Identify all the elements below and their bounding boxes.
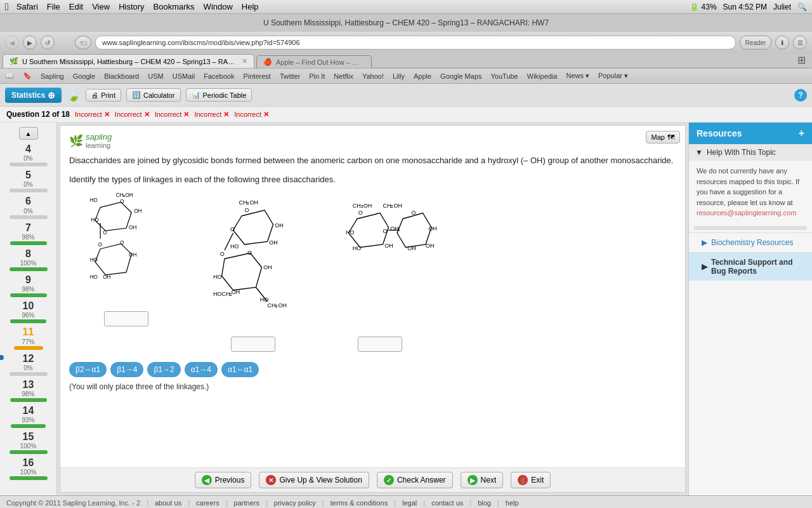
q-item-5[interactable]: 5 0%	[6, 169, 51, 192]
reader-button[interactable]: Reader	[740, 36, 771, 50]
q-nav-up[interactable]: ▲	[19, 127, 38, 140]
biochem-section[interactable]: ▶ Biochemistry Resources	[689, 233, 812, 253]
blog-link[interactable]: blog	[478, 499, 491, 507]
linkage-btn-3[interactable]: β1→2	[147, 362, 180, 377]
bookmark-pinit[interactable]: Pin It	[309, 72, 325, 80]
answer-input-2[interactable]	[231, 337, 275, 352]
bookmark-netflix[interactable]: Netflix	[334, 72, 353, 80]
sidebar-button[interactable]: ☰	[793, 36, 807, 50]
bookmark-facebook[interactable]: Facebook	[204, 72, 234, 80]
current-indicator	[0, 355, 4, 360]
bookmarks-menu[interactable]: Bookmarks	[154, 2, 195, 11]
linkage-btn-2[interactable]: β1→4	[110, 362, 143, 377]
address-bar[interactable]: www.saplinglearning.com/ibiscms/mod/ibis…	[95, 36, 736, 50]
divider-3: |	[226, 499, 228, 507]
check-answer-button[interactable]: ✓ Check Answer	[377, 472, 453, 488]
bookmark-news[interactable]: News ▾	[566, 72, 589, 80]
answer-input-1[interactable]	[104, 311, 148, 326]
q-item-14[interactable]: 14 93%	[6, 404, 51, 428]
next-button[interactable]: ▶ Next	[461, 472, 504, 488]
previous-button[interactable]: ◀ Previous	[195, 472, 252, 488]
share-button[interactable]: ↑□	[75, 36, 91, 50]
bookmark-google[interactable]: Google	[73, 72, 95, 80]
resources-plus-button[interactable]: +	[799, 128, 804, 139]
bookmark-googlemaps[interactable]: Google Maps	[440, 72, 481, 80]
svg-text:O: O	[103, 230, 107, 236]
downloads-button[interactable]: ⬇	[775, 36, 789, 50]
linkage-btn-1[interactable]: β2↔α1	[69, 362, 107, 377]
bookmark-yahoo[interactable]: Yahoo!	[362, 72, 384, 80]
bookmark-blackboard[interactable]: Blackboard	[104, 72, 139, 80]
bookmark-popular[interactable]: Popular ▾	[598, 72, 628, 80]
resource-email[interactable]: resources@saplinglearning.com	[697, 209, 796, 217]
svg-text:HO: HO	[353, 245, 362, 251]
q-item-11[interactable]: 11 77%	[6, 326, 51, 349]
q-bar-13	[10, 398, 47, 402]
bookmark-apple[interactable]: Apple	[414, 72, 431, 80]
terms-link[interactable]: terms & conditions	[331, 499, 388, 507]
help-link[interactable]: help	[506, 499, 519, 507]
about-link[interactable]: about us	[155, 499, 181, 507]
divider-9: |	[497, 499, 499, 507]
legal-link[interactable]: legal	[402, 499, 417, 507]
q-item-4[interactable]: 4 0%	[6, 143, 51, 166]
svg-text:O: O	[98, 242, 102, 248]
q-item-7[interactable]: 7 98%	[6, 222, 51, 245]
svg-text:OH: OH	[429, 225, 438, 232]
forward-button[interactable]: ▶	[23, 36, 37, 50]
help-button[interactable]: ?	[794, 89, 807, 102]
tab2-favicon: 🍎	[263, 58, 272, 66]
search-icon[interactable]: 🔍	[797, 3, 807, 11]
tab-add-button[interactable]: ⊞	[797, 53, 806, 67]
bookmark-usm[interactable]: USM	[148, 72, 163, 80]
sapling-logo: 🌿 sapling learning	[69, 132, 676, 149]
history-menu[interactable]: History	[119, 2, 144, 11]
edit-menu[interactable]: Edit	[69, 2, 83, 11]
safari-menu[interactable]: Safari	[16, 2, 38, 11]
tab-close[interactable]: ✕	[242, 57, 247, 65]
q-item-15[interactable]: 15 100%	[6, 431, 51, 454]
linkage-btn-5[interactable]: α1↔α1	[221, 362, 259, 377]
q-bar-8	[10, 267, 48, 271]
back-button[interactable]: ◀	[5, 36, 19, 50]
reload-button[interactable]: ↺	[41, 36, 55, 50]
tech-support-section[interactable]: ▶ Technical Support and Bug Reports	[689, 253, 812, 281]
window-menu[interactable]: Window	[204, 2, 233, 11]
q-item-12[interactable]: 12 0%	[6, 352, 51, 376]
file-menu[interactable]: File	[47, 2, 60, 11]
bookmark-twitter[interactable]: Twitter	[280, 72, 300, 80]
bookmark-lilly[interactable]: Lilly	[393, 72, 405, 80]
give-up-button[interactable]: ✕ Give Up & View Solution	[259, 472, 369, 488]
q-item-8[interactable]: 8 100%	[6, 248, 51, 271]
q-item-16[interactable]: 16 100%	[6, 457, 51, 480]
periodic-table-button[interactable]: 📊 Periodic Table	[186, 88, 252, 102]
print-button[interactable]: 🖨 Print	[86, 89, 121, 102]
tab-apple[interactable]: 🍎 Apple – Find Out How – Mac Basics	[256, 55, 372, 68]
q-item-6[interactable]: 6 0%	[6, 195, 51, 218]
q-item-10[interactable]: 10 96%	[6, 300, 51, 323]
partners-link[interactable]: partners	[234, 499, 259, 507]
bookmark-usmail[interactable]: USMail	[173, 72, 195, 80]
bookmark-pinterest[interactable]: Pinterest	[243, 72, 270, 80]
bookmark-sapling[interactable]: Sapling	[41, 72, 64, 80]
calculator-button[interactable]: 🔢 Calculator	[126, 88, 181, 102]
help-topic-toggle[interactable]: ▼ Help With This Topic	[689, 144, 812, 161]
view-menu[interactable]: View	[92, 2, 110, 11]
bookmark-wikipedia[interactable]: Wikipedia	[527, 72, 558, 80]
exit-button[interactable]: 🚪 Exit	[511, 472, 551, 488]
incorrect-badge-1: Incorrect ✕	[75, 110, 110, 119]
linkage-btn-4[interactable]: α1→4	[185, 362, 218, 377]
help-menu[interactable]: Help	[242, 2, 259, 11]
tab-sapling[interactable]: 🌿 U Southern Mississippi, Hattiesburg – …	[3, 54, 254, 68]
apple-menu[interactable]: 	[5, 1, 9, 13]
q-item-13[interactable]: 13 98%	[6, 378, 51, 402]
q-item-9[interactable]: 9 98%	[6, 274, 51, 297]
contact-link[interactable]: contact us	[431, 499, 463, 507]
q-num-4: 4	[25, 143, 31, 155]
answer-input-3[interactable]	[358, 337, 402, 352]
careers-link[interactable]: careers	[196, 499, 219, 507]
statistics-tab[interactable]: Statistics ⊕	[5, 88, 62, 103]
bookmark-youtube[interactable]: YouTube	[491, 72, 518, 80]
structure-3-svg: CH₂OH O OH OH HO O CH₂OH O	[323, 192, 437, 331]
privacy-link[interactable]: privacy policy	[274, 499, 316, 507]
